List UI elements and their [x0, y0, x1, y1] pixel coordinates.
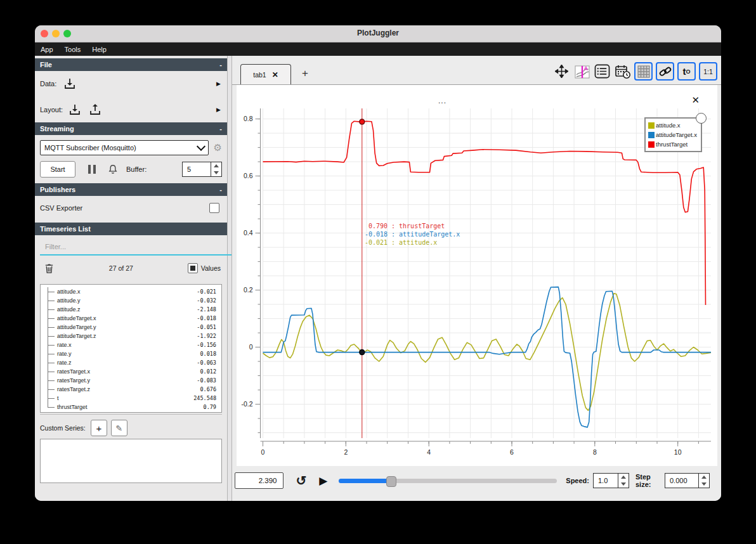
timeseries-list[interactable]: attitude.x-0.021attitude.y-0.032attitude… — [40, 284, 222, 413]
plotjuggler-window: PlotJuggler App Tools Help File - Data: … — [35, 25, 721, 501]
legend-handle-icon[interactable] — [696, 113, 707, 124]
trash-icon[interactable] — [44, 262, 55, 274]
play-button[interactable]: ▶ — [315, 475, 331, 487]
custom-series-box[interactable] — [40, 439, 222, 483]
spin-up-icon[interactable] — [211, 162, 221, 169]
spin-up-icon[interactable] — [699, 474, 709, 481]
timeseries-row[interactable]: thrustTarget0.79 — [41, 403, 221, 411]
spin-down-icon[interactable] — [618, 481, 629, 488]
link-axes-icon[interactable] — [656, 62, 674, 81]
collapse-icon[interactable]: - — [219, 186, 222, 193]
streaming-settings-gear-icon[interactable]: ⚙ — [214, 142, 222, 153]
data-expand-arrow[interactable]: ▶ — [216, 81, 221, 87]
timeseries-row[interactable]: attitudeTarget.y-0.051 — [41, 323, 221, 332]
svg-text:4: 4 — [427, 448, 431, 456]
plot-close-icon[interactable]: ✕ — [688, 94, 703, 107]
svg-text:0: 0 — [261, 448, 265, 456]
screen: PlotJuggler App Tools Help File - Data: … — [0, 0, 756, 544]
tab-close-icon[interactable]: ✕ — [272, 70, 278, 79]
timeseries-row[interactable]: rate.x-0.156 — [41, 340, 221, 349]
buffer-spinbox[interactable]: 5 — [182, 162, 222, 177]
pause-icon[interactable] — [88, 165, 96, 174]
step-size-spinbox[interactable]: 0.000 — [665, 473, 710, 488]
window-title: PlotJuggler — [35, 29, 721, 37]
content-area: tab1 ✕ + — [231, 56, 721, 501]
timeseries-row[interactable]: rate.z-0.063 — [41, 358, 221, 367]
timeseries-row[interactable]: rate.y0.018 — [41, 349, 221, 358]
tab-bar: tab1 ✕ + — [232, 56, 721, 85]
title-bar[interactable]: PlotJuggler — [35, 25, 721, 42]
menu-bar: App Tools Help — [35, 42, 721, 56]
data-row: Data: ▶ — [35, 71, 227, 96]
grid-layout-icon[interactable] — [634, 62, 653, 81]
csv-exporter-checkbox[interactable] — [209, 203, 219, 213]
collapse-icon[interactable]: - — [219, 61, 222, 68]
svg-text:A: A — [583, 65, 588, 72]
time-field[interactable]: 2.390 — [235, 472, 284, 489]
file-section-header[interactable]: File - — [35, 58, 227, 71]
buffer-label: Buffer: — [126, 165, 147, 173]
spin-down-icon[interactable] — [699, 481, 709, 488]
streaming-section-header[interactable]: Streaming - — [35, 122, 227, 135]
tracker-tooltip: 0.790 : thrustTarget-0.018 : attitudeTar… — [361, 222, 460, 247]
curve-list-icon[interactable] — [594, 63, 611, 80]
tooltip-line: -0.018 : attitudeTarget.x — [361, 230, 460, 238]
speed-spinbox[interactable]: 1.0 — [593, 473, 629, 488]
add-tab-button[interactable]: + — [298, 67, 312, 81]
start-button[interactable]: Start — [40, 161, 75, 178]
timeseries-row[interactable]: attitude.y-0.032 — [41, 296, 221, 305]
svg-text:0.6: 0.6 — [244, 172, 253, 179]
publishers-section-header[interactable]: Publishers - — [35, 183, 227, 196]
layout-expand-arrow[interactable]: ▶ — [216, 107, 221, 113]
timeseries-row[interactable]: ratesTarget.x0.012 — [41, 367, 221, 376]
slider-handle[interactable] — [386, 476, 396, 487]
csv-exporter-label: CSV Exporter — [40, 204, 82, 212]
ratio-1-1-icon[interactable]: 1:1 — [699, 62, 717, 81]
menu-app[interactable]: App — [35, 46, 59, 53]
svg-text:2: 2 — [344, 448, 348, 456]
plot-legend[interactable]: attitude.xattitudeTarget.xthrustTarget — [644, 117, 702, 152]
load-layout-icon[interactable] — [68, 103, 82, 116]
values-checkbox[interactable] — [188, 263, 198, 273]
time-slider[interactable] — [339, 476, 557, 486]
save-layout-icon[interactable] — [88, 103, 102, 116]
spin-up-icon[interactable] — [618, 474, 629, 481]
timeseries-row[interactable]: ratesTarget.z0.676 — [41, 385, 221, 394]
legend-entry[interactable]: thrustTarget — [648, 139, 697, 149]
filter-input[interactable] — [40, 240, 232, 256]
datetime-icon[interactable] — [614, 63, 631, 80]
legend-entry[interactable]: attitudeTarget.x — [648, 130, 697, 139]
layout-row: Layout: ▶ — [35, 96, 227, 122]
streaming-source-select[interactable]: MQTT Subscriber (Mosquitto) — [40, 140, 209, 155]
chevron-down-icon — [196, 142, 205, 151]
timeseries-row[interactable]: t245.548 — [41, 394, 221, 403]
svg-text:8: 8 — [593, 448, 597, 456]
timeseries-row[interactable]: attitude.x-0.021 — [41, 287, 221, 296]
menu-help[interactable]: Help — [86, 46, 112, 53]
edit-custom-series-button[interactable]: ✎ — [111, 420, 127, 436]
timeseries-row[interactable]: attitude.z-2.148 — [41, 305, 221, 314]
tooltip-line: 0.790 : thrustTarget — [361, 222, 460, 230]
svg-text:6: 6 — [510, 448, 514, 456]
timeseries-section-header[interactable]: Timeseries List — [35, 223, 227, 235]
load-data-icon[interactable] — [63, 77, 77, 90]
spin-down-icon[interactable] — [211, 169, 221, 176]
step-size-label: Step size: — [635, 473, 661, 488]
legend-entry[interactable]: attitude.x — [648, 120, 697, 130]
time-offset-icon[interactable]: tO — [677, 62, 696, 81]
loop-icon[interactable]: ↺ — [292, 474, 310, 488]
svg-text:0.2: 0.2 — [244, 286, 253, 294]
zoom-autoscale-icon[interactable]: A — [573, 63, 590, 80]
legend-swatch-icon — [648, 141, 655, 148]
add-custom-series-button[interactable]: + — [91, 420, 107, 436]
notifications-bell-icon[interactable] — [107, 164, 119, 175]
pan-arrows-icon[interactable] — [553, 63, 570, 80]
timeseries-row[interactable]: ratesTarget.y-0.083 — [41, 376, 221, 385]
timeseries-row[interactable]: attitudeTarget.x-0.018 — [41, 314, 221, 323]
tab-tab1[interactable]: tab1 ✕ — [240, 64, 291, 84]
timeseries-row[interactable]: attitudeTarget.z-1.922 — [41, 332, 221, 340]
menu-tools[interactable]: Tools — [59, 46, 87, 53]
legend-swatch-icon — [648, 122, 655, 129]
svg-text:-0.2: -0.2 — [241, 400, 252, 408]
collapse-icon[interactable]: - — [219, 125, 222, 133]
